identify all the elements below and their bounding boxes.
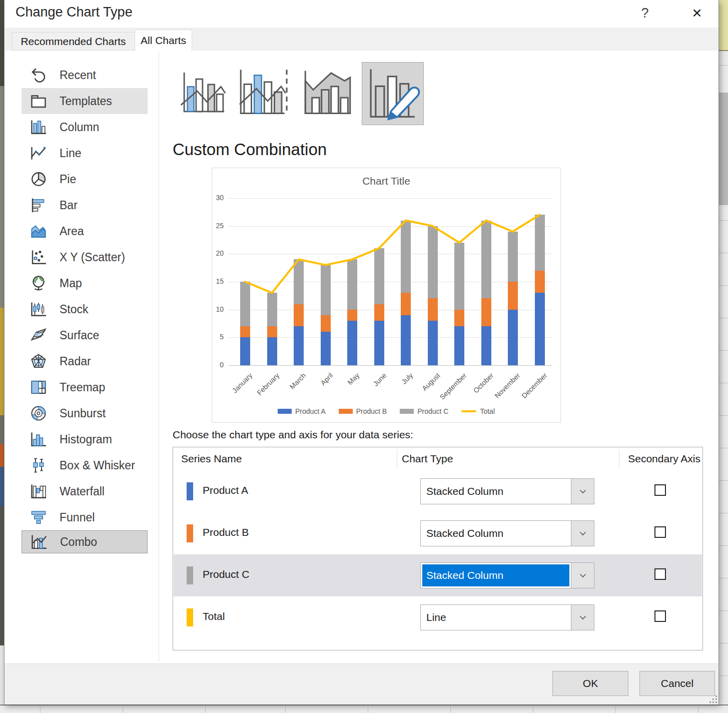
sidebar-item-combo[interactable]: Combo — [22, 530, 148, 553]
sidebar-item-box-whisker[interactable]: Box & Whisker — [22, 452, 148, 478]
gridline — [229, 365, 552, 366]
chart-type-value: Stacked Column — [422, 522, 569, 544]
line-icon — [29, 143, 49, 163]
sidebar-item-line[interactable]: Line — [22, 140, 148, 166]
sidebar-item-radar[interactable]: Radar — [22, 348, 148, 374]
screen: Change Chart Type ? ✕ Recommended Charts… — [0, 0, 728, 713]
series-name: Total — [203, 610, 225, 622]
chart-preview: Chart Title 051015202530JanuaryFebruaryM… — [212, 168, 561, 423]
sidebar-item-label: Bar — [60, 199, 78, 212]
sidebar-item-waterfall[interactable]: Waterfall — [22, 478, 148, 504]
help-icon[interactable]: ? — [635, 3, 655, 23]
surface-icon — [29, 325, 49, 345]
col-secondary-axis: Secondary Axis — [628, 453, 700, 465]
legend-item: Product B — [339, 407, 387, 415]
sidebar-item-pie[interactable]: Pie — [22, 166, 148, 192]
secondary-axis-checkbox[interactable] — [654, 610, 666, 622]
sidebar-item-templates[interactable]: Templates — [22, 88, 148, 114]
sidebar-item-column[interactable]: Column — [22, 114, 148, 140]
sidebar-item-label: X Y (Scatter) — [60, 251, 125, 264]
sidebar-item-recent[interactable]: Recent — [22, 62, 148, 88]
subtype-clustered-column-line-secondary-axis[interactable] — [234, 64, 293, 120]
waterfall-icon — [29, 481, 49, 501]
legend-item: Product A — [278, 407, 326, 415]
series-row[interactable]: Product AStacked Column — [174, 470, 702, 512]
chart-type-value: Stacked Column — [422, 480, 569, 502]
xy-scatter-icon — [29, 247, 49, 267]
chevron-down-icon[interactable] — [571, 605, 594, 630]
clustered-column-line-icon — [177, 64, 231, 120]
sidebar-item-label: Sunburst — [60, 407, 106, 420]
series-row[interactable]: Product BStacked Column — [174, 512, 702, 554]
chevron-down-icon[interactable] — [571, 563, 594, 588]
excel-background-right — [719, 0, 728, 713]
ok-button[interactable]: OK — [552, 671, 628, 696]
close-icon[interactable]: ✕ — [686, 3, 708, 23]
subtype-heading: Custom Combination — [173, 140, 327, 159]
y-axis-tick-label: 10 — [209, 305, 224, 313]
box-whisker-icon — [29, 455, 49, 475]
series-row[interactable]: TotalLine — [174, 596, 702, 638]
sidebar-item-treemap[interactable]: Treemap — [22, 374, 148, 400]
sidebar-item-label: Waterfall — [60, 485, 105, 498]
chart-type-value: Line — [422, 606, 569, 628]
templates-icon — [29, 91, 49, 111]
y-axis-tick-label: 25 — [209, 222, 224, 230]
sidebar-item-sunburst[interactable]: Sunburst — [22, 400, 148, 426]
chart-type-dropdown[interactable]: Stacked Column — [420, 478, 594, 504]
tab-all-charts[interactable]: All Charts — [135, 30, 192, 51]
sidebar-item-stock[interactable]: Stock — [22, 296, 148, 322]
sidebar-item-area[interactable]: Area — [22, 218, 148, 244]
header-divider — [619, 449, 619, 469]
subtype-custom-combination[interactable] — [362, 62, 424, 125]
sidebar-item-label: Column — [60, 121, 99, 134]
secondary-axis-checkbox[interactable] — [654, 568, 666, 580]
sidebar-item-label: Area — [60, 225, 84, 238]
cancel-button[interactable]: Cancel — [639, 671, 715, 696]
series-table: Series Name Chart Type Secondary Axis Pr… — [173, 447, 703, 650]
chart-title: Chart Title — [212, 175, 560, 187]
sidebar-item-label: Surface — [60, 329, 99, 342]
series-color-swatch — [187, 608, 193, 626]
chart-type-dropdown[interactable]: Line — [420, 604, 594, 630]
legend-swatch — [400, 409, 414, 414]
chevron-down-icon[interactable] — [571, 479, 594, 504]
chart-type-value: Stacked Column — [422, 564, 569, 586]
sidebar-item-xy-scatter[interactable]: X Y (Scatter) — [22, 244, 148, 270]
subtype-clustered-column-line[interactable] — [177, 64, 231, 120]
radar-icon — [29, 351, 49, 371]
recent-icon — [29, 65, 49, 85]
series-name: Product C — [203, 568, 249, 580]
chart-type-dropdown[interactable]: Stacked Column — [420, 520, 594, 546]
y-axis-tick-label: 30 — [209, 194, 224, 202]
sidebar-item-map[interactable]: Map — [22, 270, 148, 296]
series-row[interactable]: Product CStacked Column — [174, 554, 702, 596]
tab-recommended-charts[interactable]: Recommended Charts — [12, 32, 135, 51]
sidebar-item-label: Map — [60, 277, 82, 290]
sidebar-item-surface[interactable]: Surface — [22, 322, 148, 348]
chart-type-dropdown[interactable]: Stacked Column — [420, 562, 594, 588]
resize-grip[interactable] — [708, 694, 717, 703]
chevron-down-icon[interactable] — [571, 521, 594, 546]
legend-swatch — [339, 409, 353, 414]
y-axis-tick-label: 20 — [209, 249, 224, 257]
col-series-name: Series Name — [181, 453, 242, 465]
sidebar-item-label: Recent — [60, 69, 96, 82]
dialog-footer: OK Cancel — [5, 663, 718, 704]
legend-item: Product C — [400, 407, 448, 415]
subtype-stacked-area-clustered-column[interactable] — [300, 64, 356, 120]
sidebar-item-histogram[interactable]: Histogram — [22, 426, 148, 452]
chart-plot-area: 051015202530JanuaryFebruaryMarchAprilMay… — [229, 198, 552, 365]
sidebar-item-funnel[interactable]: Funnel — [22, 504, 148, 530]
bar-icon — [29, 195, 49, 215]
dialog-title: Change Chart Type — [16, 5, 133, 20]
series-instruction: Choose the chart type and axis for your … — [173, 429, 413, 441]
clustered-column-line-secondary-axis-icon — [234, 64, 293, 120]
secondary-axis-checkbox[interactable] — [654, 526, 666, 538]
y-axis-tick-label: 15 — [209, 277, 224, 285]
series-color-swatch — [187, 524, 193, 542]
stock-icon — [29, 299, 49, 319]
secondary-axis-checkbox[interactable] — [654, 484, 666, 496]
funnel-icon — [29, 507, 49, 527]
sidebar-item-bar[interactable]: Bar — [22, 192, 148, 218]
